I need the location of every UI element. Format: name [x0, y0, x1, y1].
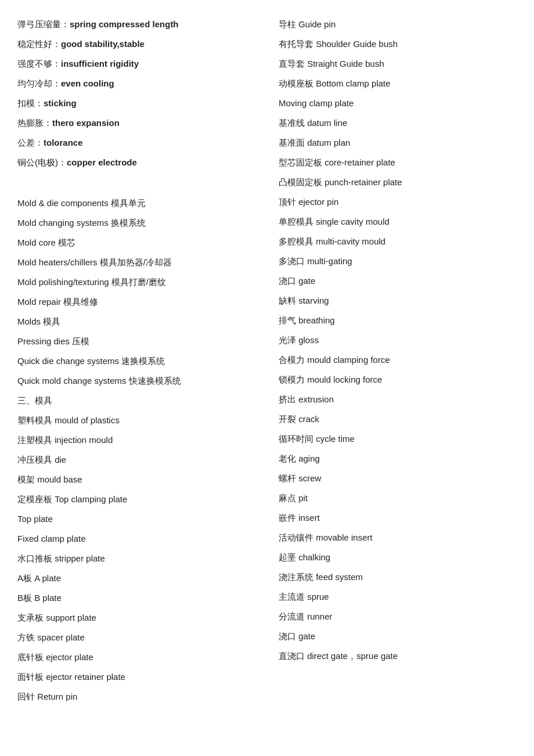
list-item: 活动镶件 movable insert [279, 531, 517, 545]
list-item: 支承板 support plate [17, 611, 255, 625]
list-item: 分流道 runner [279, 610, 517, 624]
list-item: Molds 模具 [17, 315, 255, 329]
left-column: 弹弓压缩量：spring compressed length 稳定性好：good… [17, 17, 267, 710]
list-item: 水口推板 stripper plate [17, 552, 255, 566]
list-item: 顶针 ejector pin [279, 195, 517, 209]
spacer-2 [17, 186, 255, 196]
list-item: 合模力 mould clamping force [279, 353, 517, 367]
list-item: 主流道 sprue [279, 590, 517, 604]
list-item: 单腔模具 single cavity mould [279, 215, 517, 229]
list-item: Quick die change systems 速换模系统 [17, 354, 255, 368]
list-item: 定模座板 Top clamping plate [17, 492, 255, 506]
list-item: 挤出 extrusion [279, 393, 517, 406]
list-item: 起垩 chalking [279, 550, 517, 564]
list-item: 基准面 datum plan [279, 136, 517, 150]
list-item: Mold changing systems 换模系统 [17, 216, 255, 230]
list-item: 方铁 spacer plate [17, 631, 255, 645]
page-container: 弹弓压缩量：spring compressed length 稳定性好：good… [0, 0, 534, 727]
entry-sticking: 扣模：sticking [17, 96, 255, 110]
list-item: 缺料 starving [279, 294, 517, 308]
right-column: 导柱 Guide pin 有托导套 Shoulder Guide bush 直导… [267, 17, 517, 710]
list-item: 嵌件 insert [279, 511, 517, 525]
list-item: 老化 aging [279, 452, 517, 466]
entry-spring-compressed: 弹弓压缩量：spring compressed length [17, 17, 255, 31]
list-item: 直浇口 direct gate，sprue gate [279, 649, 517, 663]
list-item: Fixed clamp plate [17, 532, 255, 546]
list-item: Top plate [17, 512, 255, 526]
list-item: Mold repair 模具维修 [17, 295, 255, 309]
spacer-1 [17, 175, 255, 186]
entry-tolorance: 公差：tolorance [17, 136, 255, 150]
list-item: 三、模具 [17, 394, 255, 408]
list-item: 底针板 ejector plate [17, 650, 255, 664]
list-item: 浇口 gate [279, 274, 517, 288]
list-item: 动模座板 Bottom clamp plate [279, 77, 517, 91]
list-item: 直导套 Straight Guide bush [279, 57, 517, 71]
list-item: 凸模固定板 punch-retainer plate [279, 175, 517, 189]
list-item: A板 A plate [17, 571, 255, 585]
list-item: 循环时间 cycle time [279, 432, 517, 446]
section-entries: Mold & die components 模具单元 Mold changing… [17, 196, 255, 704]
list-item: 回针 Return pin [17, 690, 255, 704]
list-item: Mold & die components 模具单元 [17, 196, 255, 210]
entry-good-stability: 稳定性好：good stability,stable [17, 37, 255, 51]
list-item: 注塑模具 injection mould [17, 433, 255, 447]
list-item: 多浇口 multi-gating [279, 254, 517, 268]
entry-copper-electrode: 铜公(电极)：copper electrode [17, 156, 255, 170]
list-item: 光泽 gloss [279, 333, 517, 347]
list-item: 螺杆 screw [279, 471, 517, 485]
list-item: 麻点 pit [279, 491, 517, 505]
list-item: Pressing dies 压模 [17, 334, 255, 348]
list-item: 型芯固定板 core-retainer plate [279, 156, 517, 170]
list-item: 模架 mould base [17, 473, 255, 487]
list-item: 导柱 Guide pin [279, 17, 517, 31]
list-item: 冲压模具 die [17, 453, 255, 467]
list-item: Mold polishing/texturing 模具打磨/磨纹 [17, 275, 255, 289]
entry-even-cooling: 均匀冷却：even cooling [17, 77, 255, 91]
list-item: Mold core 模芯 [17, 236, 255, 250]
breathing-entry: 排气 breathing [279, 314, 517, 327]
list-item: 基准线 datum line [279, 116, 517, 130]
entry-thero-expansion: 热膨胀：thero expansion [17, 116, 255, 130]
list-item: Quick mold change systems 快速换模系统 [17, 374, 255, 388]
list-item: Moving clamp plate [279, 96, 517, 110]
list-item: 塑料模具 mould of plastics [17, 413, 255, 427]
list-item: 浇注系统 feed system [279, 570, 517, 584]
list-item: 多腔模具 multi-cavity mould [279, 235, 517, 249]
list-item: B板 B plate [17, 591, 255, 605]
list-item: 有托导套 Shoulder Guide bush [279, 37, 517, 51]
list-item: 面针板 ejector retainer plate [17, 670, 255, 684]
list-item: 开裂 crack [279, 412, 517, 426]
top-entries: 弹弓压缩量：spring compressed length 稳定性好：good… [17, 17, 255, 170]
list-item: 浇口 gate [279, 629, 517, 643]
entry-insufficient-rigidity: 强度不够：insufficient rigidity [17, 57, 255, 71]
list-item: 锁模力 mould locking force [279, 373, 517, 387]
list-item: Mold heaters/chillers 模具加热器/冷却器 [17, 255, 255, 269]
